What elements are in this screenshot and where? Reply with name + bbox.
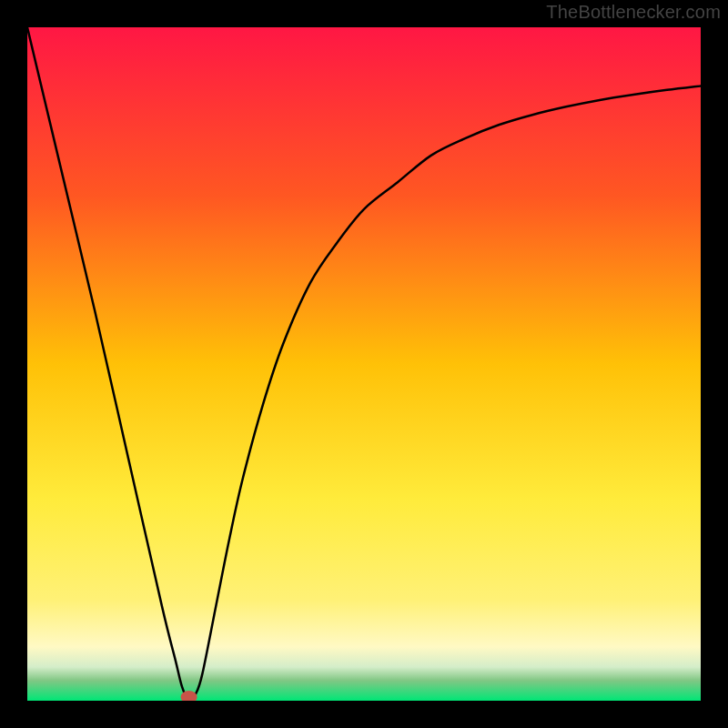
attribution-text: TheBottlenecker.com xyxy=(546,2,721,23)
plot-area xyxy=(27,27,701,701)
chart-container: TheBottlenecker.com xyxy=(0,0,728,728)
gradient-background xyxy=(27,27,701,701)
chart-svg xyxy=(27,27,701,701)
